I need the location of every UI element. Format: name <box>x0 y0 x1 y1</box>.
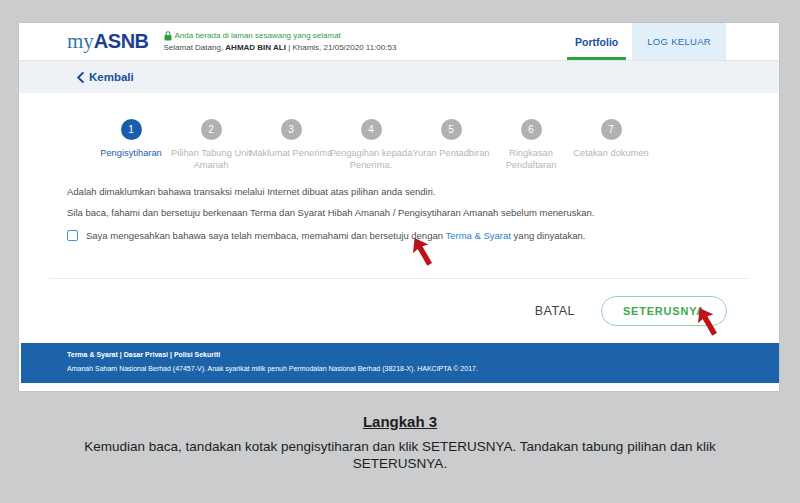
site-footer: Terma & Syarat | Dasar Privasi | Polisi … <box>21 343 779 383</box>
logo-my: my <box>67 29 94 54</box>
step-label: Pilihan Tabung Unit Amanah <box>169 147 253 171</box>
terms-link[interactable]: Terma & Syarat <box>445 230 510 241</box>
next-button[interactable]: SETERUSNYA <box>601 296 727 326</box>
breadcrumb-bar: Kembali <box>19 61 779 93</box>
nav-portfolio[interactable]: Portfolio <box>561 23 632 60</box>
step-number-badge: 6 <box>521 119 542 140</box>
declaration-label: Saya mengesahkan bahawa saya telah memba… <box>86 230 585 241</box>
back-link[interactable]: Kembali <box>77 71 134 83</box>
welcome-prefix: Selamat Datang, <box>164 43 226 52</box>
lock-icon <box>164 31 172 41</box>
step-number-badge: 4 <box>361 119 382 140</box>
myasnb-logo: myASNB <box>67 29 149 54</box>
notice-paragraph-1: Adalah dimaklumkan bahawa transaksi mela… <box>67 186 436 197</box>
tutorial-caption: Langkah 3 Kemudian baca, tandakan kotak … <box>0 413 800 473</box>
secure-site-text: Anda berada di laman sesawang yang selam… <box>175 30 341 41</box>
step-label: Pengagihan kepada Penerima. <box>329 147 413 171</box>
stepper-step-1: 1 Pengisytiharan <box>91 119 171 171</box>
step-number-badge: 5 <box>441 119 462 140</box>
notice-paragraph-2: Sila baca, fahami dan bersetuju berkenaa… <box>67 207 594 218</box>
chevron-left-icon <box>77 72 84 83</box>
footer-copyright: Amanah Saham Nasional Berhad (47457-V). … <box>67 365 779 372</box>
user-name: AHMAD BIN ALI <box>225 43 286 52</box>
step-number-badge: 1 <box>121 119 142 140</box>
wizard-stepper: 1 Pengisytiharan 2 Pilihan Tabung Unit A… <box>91 119 651 171</box>
step-number-badge: 7 <box>601 119 622 140</box>
welcome-line: Selamat Datang, AHMAD BIN ALI | Khamis, … <box>164 42 397 53</box>
stepper-step-2: 2 Pilihan Tabung Unit Amanah <box>171 119 251 171</box>
declaration-text-post: yang dinyatakan. <box>511 230 585 241</box>
logout-button[interactable]: LOG KELUAR <box>632 23 726 60</box>
declaration-row: Saya mengesahkan bahawa saya telah memba… <box>67 230 585 241</box>
content-divider <box>49 278 749 279</box>
app-header: myASNB Anda berada di laman sesawang yan… <box>19 23 779 61</box>
browser-page: myASNB Anda berada di laman sesawang yan… <box>18 22 780 392</box>
caption-step-text: Kemudian baca, tandakan kotak pengisytih… <box>68 439 732 473</box>
step-label: Ringkasan Pendaftaran <box>489 147 573 171</box>
cancel-button[interactable]: BATAL <box>529 303 581 319</box>
step-label: Yuran Pentadbiran <box>409 147 493 159</box>
declaration-text-pre: Saya mengesahkan bahawa saya telah memba… <box>86 230 445 241</box>
stepper-step-5: 5 Yuran Pentadbiran <box>411 119 491 171</box>
step-number-badge: 2 <box>201 119 222 140</box>
step-label: Maklumat Penerima <box>249 147 333 159</box>
step-label: Pengisytiharan <box>89 147 173 159</box>
logo-asnb: ASNB <box>94 30 149 53</box>
footer-links[interactable]: Terma & Syarat | Dasar Privasi | Polisi … <box>67 351 779 358</box>
stepper-step-3: 3 Maklumat Penerima <box>251 119 331 171</box>
stepper-step-7: 7 Cetakan dokumen <box>571 119 651 171</box>
stepper-step-6: 6 Ringkasan Pendaftaran <box>491 119 571 171</box>
stepper-step-4: 4 Pengagihan kepada Penerima. <box>331 119 411 171</box>
security-info: Anda berada di laman sesawang yang selam… <box>164 30 397 52</box>
header-nav: Portfolio LOG KELUAR <box>561 23 779 60</box>
step-number-badge: 3 <box>281 119 302 140</box>
welcome-suffix: | Khamis, 21/05/2020 11:00:53 <box>286 43 396 52</box>
terms-checkbox[interactable] <box>67 230 78 241</box>
secure-site-note: Anda berada di laman sesawang yang selam… <box>164 30 397 41</box>
caption-step-title: Langkah 3 <box>0 413 800 430</box>
step-label: Cetakan dokumen <box>569 147 653 159</box>
action-bar: BATAL SETERUSNYA <box>529 296 727 326</box>
back-label: Kembali <box>89 71 134 83</box>
